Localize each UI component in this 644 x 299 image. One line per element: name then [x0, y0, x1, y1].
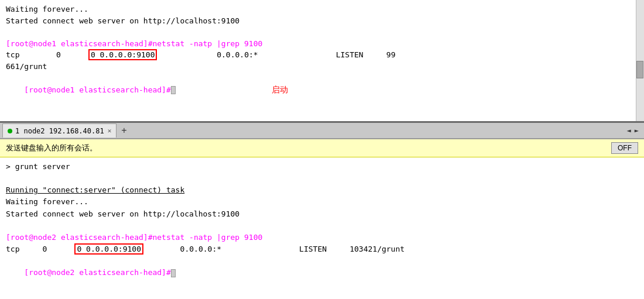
- top-line-prompt2: [root@node1 elasticsearch-head]# 启动: [6, 72, 638, 107]
- info-bar-text: 发送键盘输入的所有会话。: [6, 143, 97, 153]
- bottom-line-netstat: tcp 0 0 0.0.0.0:9100 0.0.0.0:* LISTEN 10…: [6, 243, 638, 255]
- tab-nav: ◄ ►: [625, 126, 644, 135]
- bottom-line-blank2: [6, 220, 638, 232]
- tab-nav-left[interactable]: ◄: [625, 126, 633, 135]
- bottom-cursor: [171, 269, 176, 277]
- bottom-line-prompt2: [root@node2 elasticsearch-head]#: [6, 255, 638, 290]
- tab-label: 1 node2 192.168.40.81: [15, 127, 104, 135]
- tab-bar: 1 node2 192.168.40.81 ✕ + ◄ ►: [0, 123, 644, 139]
- top-line-netstat1: tcp 0 0 0.0.0.0:9100 0.0.0.0:* LISTEN 99: [6, 49, 638, 61]
- top-terminal: Waiting forever... Started connect web s…: [0, 0, 644, 123]
- bottom-terminal: > grunt server Running "connect:server" …: [0, 157, 644, 298]
- off-button[interactable]: OFF: [611, 142, 638, 154]
- top-scrollbar-thumb[interactable]: [636, 61, 643, 78]
- tab-add-button[interactable]: +: [117, 123, 131, 138]
- bottom-prompt-text: [root@node2 elasticsearch-head]#: [24, 268, 170, 277]
- top-cursor: [171, 86, 176, 94]
- top-line-waiting: Waiting forever...: [6, 4, 638, 15]
- tab-status-dot: [8, 129, 12, 133]
- tab-nav-right[interactable]: ►: [633, 126, 640, 135]
- bottom-line-grunt-cmd: > grunt server: [6, 161, 638, 173]
- top-line-grunt: 661/grunt: [6, 61, 638, 73]
- top-line-prompt1: [root@node1 elasticsearch-head]#netstat …: [6, 38, 638, 50]
- bottom-line-running: Running "connect:server" (connect) task: [6, 184, 638, 196]
- top-highlight-box: 0 0.0.0.0:9100: [88, 49, 157, 60]
- top-scrollbar[interactable]: [636, 0, 644, 121]
- top-line-blank1: [6, 26, 638, 38]
- bottom-highlight-box: 0 0.0.0.0:9100: [74, 243, 143, 255]
- top-listen: LISTEN: [336, 50, 364, 59]
- bottom-line-waiting: Waiting forever...: [6, 196, 638, 208]
- top-annotation: 启动: [272, 85, 288, 94]
- tab-close-button[interactable]: ✕: [108, 127, 112, 135]
- bottom-line-started: Started connect web server on http://loc…: [6, 208, 638, 220]
- top-line-started: Started connect web server on http://loc…: [6, 15, 638, 27]
- bottom-line-blank1: [6, 173, 638, 184]
- top-prompt-text: [root@node1 elasticsearch-head]#: [24, 85, 170, 94]
- tab-node2[interactable]: 1 node2 192.168.40.81 ✕: [2, 123, 117, 138]
- bottom-line-prompt1: [root@node2 elasticsearch-head]#netstat …: [6, 232, 638, 243]
- info-bar: 发送键盘输入的所有会话。 OFF: [0, 139, 644, 157]
